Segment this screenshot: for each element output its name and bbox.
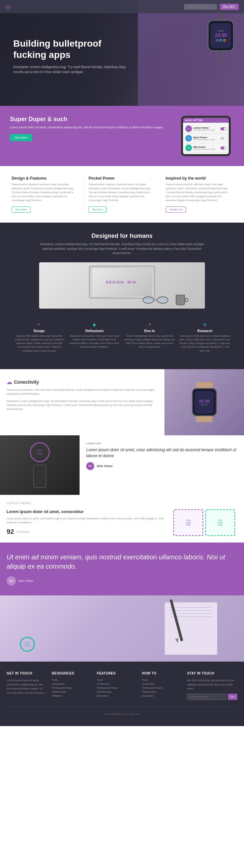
connectivity-title: ☁ Conectivity bbox=[7, 379, 158, 385]
logo-row: YourLogohere YourLogohere bbox=[173, 509, 235, 536]
hand-phone bbox=[33, 465, 47, 488]
testimonial-quote: Lorem ipsum dolor sit amet, cotur adinis… bbox=[86, 447, 237, 459]
contact-toggle-1[interactable] bbox=[220, 137, 226, 140]
wrist-bottom bbox=[196, 416, 213, 422]
footer-howto-2[interactable]: Customers bbox=[142, 682, 180, 685]
latest-news-header: Latest News bbox=[7, 501, 237, 505]
mug bbox=[176, 295, 185, 305]
mug-body bbox=[176, 295, 185, 305]
notebook-line2 bbox=[170, 610, 212, 611]
feature-pocket-cta[interactable]: Buy Now bbox=[88, 207, 106, 213]
dark-title: Designed for humans bbox=[7, 232, 237, 240]
wrist-top bbox=[196, 382, 213, 388]
contact-name-1: Ryan Palmer bbox=[193, 136, 219, 138]
buy-button[interactable]: Buy $21 bbox=[220, 4, 239, 10]
footer-feature-3[interactable]: Pricing and Plans bbox=[97, 686, 135, 689]
footer-touch-heading: Get in touch bbox=[7, 672, 45, 675]
ring3 bbox=[223, 39, 226, 42]
glass-right bbox=[157, 297, 168, 304]
section-label: Latest News bbox=[7, 501, 31, 505]
footer-feature-4[interactable]: Testimonials bbox=[97, 690, 135, 693]
hero-watch-area: Activity 10:35 bbox=[138, 0, 244, 106]
feature-item-research: ⊕ Research New ipsum health proin arcu, … bbox=[179, 322, 231, 352]
wrist-screen: 10:35 MON, 14 bbox=[195, 391, 214, 413]
feature-inspired-cta[interactable]: Contact Us bbox=[166, 207, 186, 213]
footer-stay-heading: Stay in touch bbox=[187, 672, 237, 675]
feature-design-cta[interactable]: See More bbox=[11, 207, 30, 213]
laptop-area: DESIGN. WIN. bbox=[85, 266, 159, 305]
connectivity-left: ☁ Conectivity Flannel ennui narwhal, cra… bbox=[0, 369, 164, 435]
footer-resource-1[interactable]: Trust bbox=[52, 678, 90, 681]
four-refinement-title: Refinement bbox=[69, 329, 121, 333]
ring1 bbox=[216, 39, 218, 42]
watch-mockup: Activity 10:35 bbox=[208, 20, 234, 51]
connectivity-image: 10:35 MON, 14 bbox=[164, 369, 244, 435]
watch-wrist: 10:35 MON, 14 bbox=[192, 382, 217, 422]
feature-pocket: Pocket Power Flannel ennui narwhal, craf… bbox=[84, 176, 160, 213]
connectivity-right: 10:35 MON, 14 bbox=[164, 369, 244, 435]
footer-howto-3[interactable]: Pricing and Plans bbox=[142, 686, 180, 689]
testimonial-section: YourLogo colbase with: Lorem ipsum dolor… bbox=[0, 435, 244, 495]
news-count: 92 bbox=[7, 528, 14, 535]
footer-email-input[interactable] bbox=[187, 694, 226, 700]
search-input[interactable] bbox=[184, 4, 217, 9]
footer-howto-1[interactable]: Trust bbox=[142, 678, 180, 681]
footer: Get in touch Lorem ipsum dolor sit amet,… bbox=[0, 661, 244, 726]
purple-section: Super Duper & such Lorem ipsum dolor sit… bbox=[0, 106, 244, 166]
footer-feature-5[interactable]: Education bbox=[97, 694, 135, 697]
feature-item-design: ✏ Design Euismod PBR dollar salvia pug. … bbox=[13, 322, 65, 352]
contact-msg-1: Via plaid authentic synth bbox=[193, 138, 219, 141]
footer-howto-heading: How To bbox=[142, 672, 180, 675]
footer-resource-5[interactable]: Affiliates bbox=[52, 694, 90, 697]
connectivity-section: ☁ Conectivity Flannel ennui narwhal, cra… bbox=[0, 369, 244, 435]
contact-toggle-0[interactable] bbox=[220, 127, 226, 130]
footer-features-heading: Features bbox=[97, 672, 135, 675]
hero-section: Activity 10:35 Building bulletproof fuck… bbox=[0, 0, 244, 106]
wrist-time: 10:35 bbox=[198, 399, 210, 404]
navigation: ◎ Buy $21 bbox=[0, 0, 244, 13]
footer-howto-4[interactable]: Testimonials bbox=[142, 690, 180, 693]
footer-resource-2[interactable]: Customers bbox=[52, 682, 90, 685]
ring2 bbox=[219, 39, 222, 42]
feature-inspired: Inspired by the world Flannel ennui narw… bbox=[161, 176, 237, 213]
design-win-label: DESIGN. WIN. bbox=[106, 280, 138, 284]
connectivity-body2: Kickstarter umami intelligentsia kogi. T… bbox=[7, 399, 158, 411]
see-more-button[interactable]: See More bbox=[10, 134, 32, 141]
news-count-label: Comments bbox=[17, 530, 29, 533]
hero-subtitle: Kickstarter umami intelligentsia kogi. T… bbox=[13, 64, 126, 74]
collab-label: colbase with: bbox=[86, 442, 237, 445]
phone-circle-logo: YourLogo bbox=[30, 442, 50, 462]
footer-email-form: Go! bbox=[187, 694, 237, 700]
phone-header: BASIC SETTING bbox=[183, 118, 229, 123]
news-content: Lorem ipsum dolor sit amet, consectetur … bbox=[7, 509, 237, 536]
contact-info-1: Ryan Palmer Via plaid authentic synth bbox=[193, 136, 219, 141]
footer-go-button[interactable]: Go! bbox=[228, 694, 237, 700]
footer-feature-2[interactable]: Customers bbox=[97, 682, 135, 685]
contact-info-2: Mike Keoni Via plaid authentic synth bbox=[193, 146, 219, 150]
footer-resource-4[interactable]: Testimonials bbox=[52, 690, 90, 693]
feature-inspired-body: Flannel ennui narwhal, craft beer twee V… bbox=[166, 183, 233, 203]
four-refinement-body: Hipstet lo-fi accusamus heen gun, Spin c… bbox=[69, 334, 121, 349]
quote-author: BR Blair Roker bbox=[7, 576, 237, 586]
contact-toggle-2[interactable] bbox=[220, 147, 226, 150]
author-name: Blair Roker bbox=[97, 464, 113, 468]
laptop-body: DESIGN. WIN. bbox=[89, 266, 155, 299]
footer-touch-body: Lorem ipsum dolor sit amet, consectetur … bbox=[7, 678, 45, 695]
news-image-area: YourLogohere YourLogohere bbox=[171, 509, 237, 536]
footer-stay-in-touch: Stay in touch We don't send junk, actual… bbox=[187, 672, 237, 700]
notebook-line3 bbox=[170, 613, 212, 614]
watch-band-bottom bbox=[220, 51, 222, 64]
quote-text: Ut enim ad minim veniam, quis nostrud ex… bbox=[7, 552, 237, 571]
super-duper-body: Lorem ipsum dolor sit amet, consectetur … bbox=[10, 125, 174, 130]
footer-resource-3[interactable]: Pricing and Plans bbox=[52, 686, 90, 689]
footer-howto-5[interactable]: Education bbox=[142, 694, 180, 697]
phone-hand-image: YourLogo bbox=[0, 435, 80, 495]
feature-design-title: Design & Features bbox=[11, 176, 78, 181]
contact-avatar-2: MK bbox=[185, 145, 192, 151]
feature-inspired-title: Inspired by the world bbox=[166, 176, 233, 181]
contact-msg-0: Via plaid authentic synth bbox=[193, 129, 219, 131]
logo-box-1: YourLogohere bbox=[173, 509, 203, 536]
footer-features: Features Trust Customers Pricing and Pla… bbox=[97, 672, 135, 700]
watch-body: Activity 10:35 bbox=[208, 20, 234, 51]
footer-feature-1[interactable]: Trust bbox=[97, 678, 135, 681]
